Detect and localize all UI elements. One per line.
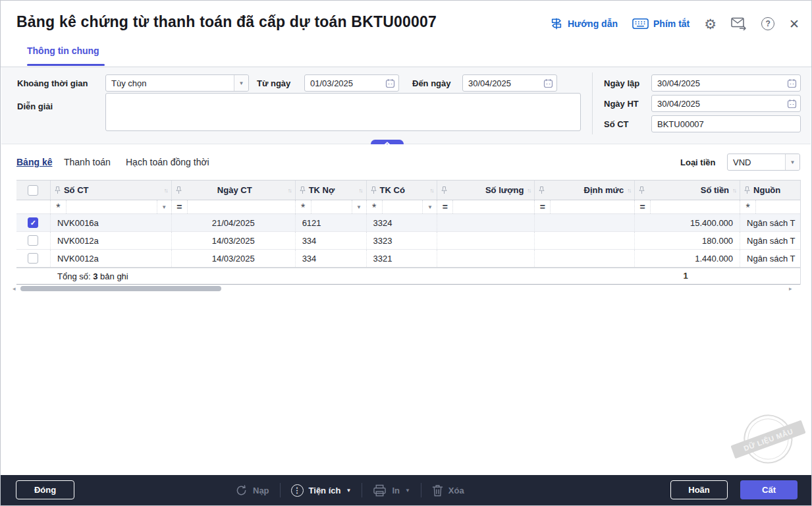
filter-tk-co[interactable]: *▼: [367, 200, 438, 213]
period-label: Khoảng thời gian: [17, 78, 88, 88]
filter-checkbox-cell: [16, 200, 51, 213]
row-checkbox[interactable]: [28, 253, 38, 264]
filter-nguon[interactable]: *: [740, 200, 800, 213]
tab-thanh-toan[interactable]: Thanh toán: [64, 157, 111, 167]
scroll-left-icon[interactable]: ◂: [13, 285, 19, 292]
save-button[interactable]: Cất: [740, 480, 798, 499]
tab-hach-toan-dong-thoi[interactable]: Hạch toán đồng thời: [126, 157, 209, 167]
col-so-ct[interactable]: Số CT ↑↓: [51, 181, 172, 200]
currency-select[interactable]: VND ▼: [727, 154, 800, 171]
sort-icon[interactable]: ↑↓: [732, 187, 736, 194]
sort-icon[interactable]: ↑↓: [627, 187, 630, 194]
guide-link-label: Hướng dẫn: [568, 18, 618, 29]
chevron-down-icon[interactable]: ▼: [157, 200, 171, 213]
filter-op[interactable]: *: [296, 200, 311, 213]
filter-op[interactable]: =: [635, 200, 651, 213]
refresh-button[interactable]: Nạp: [235, 484, 269, 497]
stamp-ring: [742, 413, 794, 465]
filter-so-tien[interactable]: =: [635, 200, 740, 213]
utilities-button[interactable]: ⋮ Tiện ích ▼: [291, 484, 352, 497]
filter-op[interactable]: *: [51, 200, 67, 213]
sort-icon[interactable]: ↑↓: [359, 187, 362, 194]
calendar-icon[interactable]: [783, 99, 800, 109]
settings-button[interactable]: ⚙: [704, 17, 717, 31]
trash-icon: [432, 484, 443, 497]
print-button[interactable]: In ▼: [373, 484, 410, 497]
chevron-down-icon[interactable]: ▼: [352, 200, 366, 213]
cell-so-luong: [437, 214, 535, 231]
col-so-luong[interactable]: Số lượng ↑↓: [437, 181, 535, 200]
cell-tk-co: 3324: [367, 214, 438, 231]
currency-label: Loại tiền: [680, 157, 715, 167]
posted-date-input[interactable]: 30/04/2025: [651, 95, 801, 112]
filter-op[interactable]: =: [535, 200, 551, 213]
from-date-label: Từ ngày: [257, 78, 290, 88]
header-actions: Hướng dẫn Phím tắt ⚙ ? ✕: [550, 14, 799, 34]
filter-op[interactable]: =: [172, 200, 188, 213]
doc-number-input[interactable]: BKTU00007: [651, 115, 801, 132]
form-divider: [592, 72, 593, 134]
utilities-icon: ⋮: [291, 484, 304, 497]
table-row[interactable]: NVK0012a 14/03/2025 334 3323 180.000 Ngâ…: [16, 232, 800, 250]
table-row[interactable]: NVK0012a 14/03/2025 334 3321 1.440.000 N…: [16, 250, 800, 267]
filter-ngay-ct[interactable]: =: [172, 200, 296, 213]
filter-op[interactable]: *: [740, 200, 756, 213]
refresh-icon: [235, 484, 248, 497]
sort-icon[interactable]: ↑↓: [164, 187, 167, 194]
delete-button[interactable]: Xóa: [432, 484, 464, 497]
table-filter-row: *▼ = *▼ *▼ = = = *: [16, 200, 800, 214]
table-row[interactable]: ✓ NVK0016a 21/04/2025 6121 3324 15.400.0…: [16, 214, 800, 232]
col-tk-no[interactable]: TK Nợ ↑↓: [296, 181, 367, 200]
filter-op[interactable]: *: [367, 200, 383, 213]
sort-icon[interactable]: ↑↓: [527, 187, 530, 194]
stamp-text: DỮ LIỆU MẪU: [730, 420, 805, 459]
description-textarea[interactable]: [105, 93, 581, 131]
period-select[interactable]: Tùy chọn ▼: [105, 74, 249, 92]
total-suffix: bản ghi: [100, 271, 128, 281]
chevron-down-icon[interactable]: ▼: [785, 154, 799, 170]
cell-dinh-muc: [535, 250, 635, 267]
calendar-icon[interactable]: [539, 78, 556, 88]
total-records: Tổng số: 3 bản ghi: [57, 271, 128, 281]
horizontal-scrollbar[interactable]: ◂ ▸: [13, 284, 801, 293]
col-nguon[interactable]: Nguồn: [740, 181, 800, 200]
footer-center-actions: Nạp ⋮ Tiện ích ▼ In ▼ Xóa: [235, 475, 464, 505]
row-checkbox[interactable]: [28, 235, 38, 246]
col-ngay-ct[interactable]: Ngày CT ↑↓: [172, 181, 296, 200]
scroll-right-icon[interactable]: ▸: [789, 285, 796, 292]
col-tk-co[interactable]: TK Có ↑↓: [367, 181, 438, 200]
help-button[interactable]: ?: [761, 17, 774, 30]
filter-tk-no[interactable]: *▼: [296, 200, 367, 213]
created-date-value: 30/04/2025: [652, 78, 783, 88]
chevron-down-icon[interactable]: ▼: [422, 200, 437, 213]
close-button[interactable]: ✕: [789, 18, 799, 30]
shortcut-link[interactable]: Phím tắt: [632, 18, 690, 30]
sort-icon[interactable]: ↑↓: [429, 187, 433, 194]
tab-bang-ke[interactable]: Bảng kê: [16, 157, 52, 167]
col-dinh-muc[interactable]: Định mức ↑↓: [535, 181, 635, 200]
documents-table: Số CT ↑↓ Ngày CT ↑↓ TK Nợ ↑↓ TK Có ↑↓ Số…: [16, 180, 801, 285]
row-checkbox[interactable]: ✓: [28, 217, 38, 228]
cell-dinh-muc: [535, 214, 635, 231]
close-dialog-button[interactable]: Đóng: [16, 480, 74, 499]
scrollbar-thumb[interactable]: [20, 286, 221, 291]
postpone-button[interactable]: Hoãn: [670, 480, 728, 499]
filter-op[interactable]: =: [437, 200, 453, 213]
sort-icon[interactable]: ↑↓: [288, 187, 291, 194]
filter-so-luong[interactable]: =: [437, 200, 535, 213]
calendar-icon[interactable]: [381, 78, 398, 88]
chevron-down-icon[interactable]: ▼: [234, 75, 248, 91]
filter-so-ct[interactable]: *▼: [51, 200, 172, 213]
from-date-input[interactable]: 01/03/2025: [304, 74, 399, 92]
col-so-tien[interactable]: Số tiền ↑↓: [635, 181, 740, 200]
doc-number-value: BKTU00007: [652, 119, 800, 129]
calendar-icon[interactable]: [783, 78, 800, 88]
filter-dinh-muc[interactable]: =: [535, 200, 635, 213]
select-all-checkbox[interactable]: [28, 185, 38, 196]
to-date-input[interactable]: 30/04/2025: [462, 74, 557, 92]
feedback-button[interactable]: [731, 17, 747, 30]
posted-date-value: 30/04/2025: [652, 99, 783, 109]
created-date-input[interactable]: 30/04/2025: [651, 74, 801, 92]
tab-thong-tin-chung[interactable]: Thông tin chung: [27, 45, 99, 56]
guide-link[interactable]: Hướng dẫn: [550, 17, 618, 30]
